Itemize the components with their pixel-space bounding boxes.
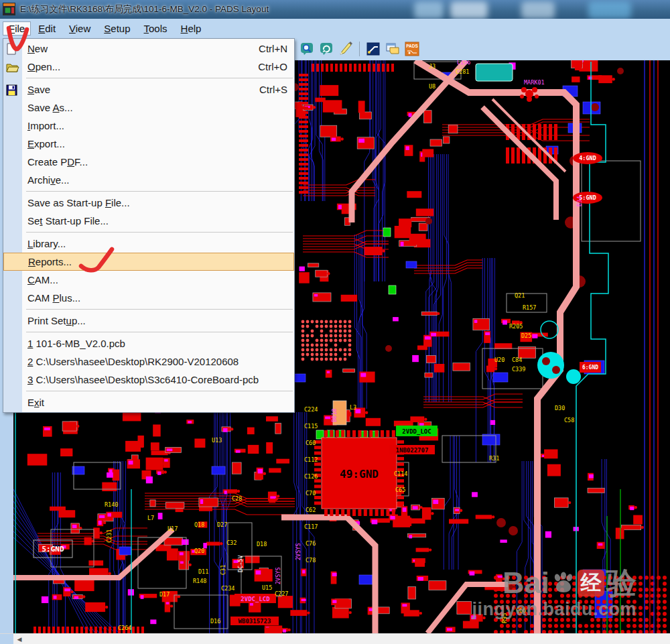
svg-text:D30: D30 bbox=[555, 405, 565, 411]
file-menu-item-exit[interactable]: Exit bbox=[3, 393, 294, 411]
file-menu-item-import[interactable]: Import... bbox=[3, 117, 294, 135]
file-menu-item-print-setup[interactable]: Print Setup... bbox=[3, 312, 294, 330]
file-menu-item-save-as[interactable]: Save As... bbox=[3, 99, 294, 117]
route-tool-icon[interactable] bbox=[365, 41, 381, 57]
svg-text:U17: U17 bbox=[168, 525, 178, 532]
svg-text:C84: C84 bbox=[512, 357, 522, 363]
svg-text:D16: D16 bbox=[210, 618, 220, 625]
file-menu-item-library[interactable]: Library... bbox=[3, 235, 294, 253]
file-menu-item-open[interactable]: Open...Ctrl+O bbox=[3, 58, 294, 76]
svg-text:C339: C339 bbox=[512, 366, 525, 373]
zoom-tool-icon[interactable] bbox=[299, 41, 315, 57]
file-menu-item-set-start-up-file[interactable]: Set Start-up File... bbox=[3, 212, 294, 230]
svg-text:2VDD_LOC: 2VDD_LOC bbox=[402, 428, 431, 435]
menu-item-label: Create PDF... bbox=[27, 156, 88, 168]
svg-text:R157: R157 bbox=[523, 304, 536, 311]
menu-separator bbox=[26, 391, 293, 391]
svg-text:R31: R31 bbox=[489, 455, 499, 462]
file-menu-item-create-pdf[interactable]: Create PDF... bbox=[3, 153, 294, 171]
file-menu-item-reports[interactable]: Reports... bbox=[3, 253, 294, 271]
svg-text:C76: C76 bbox=[306, 540, 316, 547]
menu-item-label: CAM... bbox=[27, 274, 58, 285]
svg-text:C227: C227 bbox=[275, 590, 288, 597]
file-menu-item-cam-plus[interactable]: CAM Plus... bbox=[3, 289, 294, 307]
menu-item-shortcut: Ctrl+S bbox=[259, 80, 287, 99]
menu-item-shortcut: Ctrl+O bbox=[258, 58, 287, 76]
file-menu-item-export[interactable]: Export... bbox=[3, 135, 294, 153]
svg-text:Q21: Q21 bbox=[515, 292, 525, 299]
menu-item-label: 3 C:\Users\hasee\Desktop\S3c6410-CoreBoa… bbox=[27, 374, 259, 385]
svg-text:C264: C264 bbox=[118, 625, 131, 631]
pads-logo-icon[interactable]: PADS bbox=[404, 41, 420, 57]
svg-text:L7: L7 bbox=[147, 515, 154, 521]
svg-text:C28: C28 bbox=[232, 495, 242, 502]
menu-item-label: Save As... bbox=[27, 102, 73, 113]
menu-setup[interactable]: Setup bbox=[98, 21, 136, 36]
svg-text:C112: C112 bbox=[304, 456, 318, 463]
svg-text:C281: C281 bbox=[456, 68, 469, 75]
svg-text:C66: C66 bbox=[516, 607, 526, 614]
cam-documents-icon[interactable] bbox=[385, 41, 401, 57]
menu-separator bbox=[26, 332, 293, 332]
svg-text:D27: D27 bbox=[217, 521, 227, 528]
file-menu-item-2-c-users-hasee-desktop-rk2900-v20120608[interactable]: 2 C:\Users\hasee\Desktop\RK2900-V2012060… bbox=[3, 352, 294, 371]
file-menu-item-1-101-6-mb-v2-0-pcb[interactable]: 1 101-6-MB_V2.0.pcb bbox=[3, 334, 294, 352]
svg-text:PADS: PADS bbox=[406, 44, 418, 48]
svg-text:R205: R205 bbox=[509, 323, 523, 330]
svg-text:C117: C117 bbox=[304, 523, 318, 530]
svg-text:MARK01: MARK01 bbox=[524, 79, 545, 86]
menu-edit[interactable]: Edit bbox=[32, 21, 62, 36]
svg-text:DC-5V: DC-5V bbox=[237, 555, 244, 572]
svg-text:49:GND: 49:GND bbox=[340, 468, 379, 480]
svg-text:D11: D11 bbox=[198, 568, 208, 575]
svg-text:R148: R148 bbox=[193, 578, 206, 584]
file-menu-item-archive[interactable]: Archive... bbox=[3, 171, 294, 189]
svg-text:5:GND: 5:GND bbox=[42, 545, 64, 554]
file-menu-item-save[interactable]: SaveCtrl+S bbox=[3, 80, 294, 99]
brush-tool-icon[interactable] bbox=[338, 41, 354, 57]
pads-layout-window: E:\练习文件\RK3168\布局完成\101-6-MB_V2.0 - PADS… bbox=[0, 0, 670, 644]
svg-text:C70: C70 bbox=[306, 490, 316, 497]
file-menu-dropdown: NewCtrl+NOpen...Ctrl+OSaveCtrl+SSave As.… bbox=[3, 38, 295, 413]
menu-item-label: Export... bbox=[27, 138, 65, 149]
menu-item-label: Print Setup... bbox=[27, 315, 86, 326]
menu-tools[interactable]: Tools bbox=[138, 21, 174, 36]
menu-item-label: Import... bbox=[27, 120, 64, 131]
new-document-icon bbox=[6, 42, 21, 56]
menu-file[interactable]: File bbox=[3, 21, 31, 36]
svg-text:1NB022707: 1NB022707 bbox=[396, 447, 429, 454]
menu-item-label: New bbox=[27, 43, 48, 54]
menu-item-label: Library... bbox=[27, 238, 66, 249]
menu-item-label: 2 C:\Users\hasee\Desktop\RK2900-V2012060… bbox=[27, 356, 239, 367]
svg-text:C231: C231 bbox=[106, 529, 113, 543]
scroll-left-button[interactable]: ◀ bbox=[13, 634, 25, 644]
horizontal-scrollbar[interactable]: ◀ bbox=[0, 633, 670, 644]
svg-text:2VDC_LCD: 2VDC_LCD bbox=[241, 596, 270, 602]
menu-view[interactable]: View bbox=[63, 21, 96, 36]
menu-separator bbox=[26, 309, 293, 310]
svg-text:Q18: Q18 bbox=[194, 521, 204, 528]
menu-item-label: Reports... bbox=[28, 256, 72, 267]
svg-text:D34: D34 bbox=[576, 196, 583, 206]
svg-text:U8: U8 bbox=[429, 83, 436, 90]
svg-text:2VSYS: 2VSYS bbox=[295, 543, 302, 560]
file-menu-item-3-c-users-hasee-desktop-s3c6410-coreboard-pcb[interactable]: 3 C:\Users\hasee\Desktop\S3c6410-CoreBoa… bbox=[3, 371, 294, 389]
file-menu-item-cam[interactable]: CAM... bbox=[3, 271, 294, 289]
svg-text:D18: D18 bbox=[257, 541, 267, 548]
file-menu-item-new[interactable]: NewCtrl+N bbox=[3, 40, 294, 58]
menu-help[interactable]: Help bbox=[175, 21, 208, 36]
file-menu-item-save-as-start-up-file[interactable]: Save as Start-up File... bbox=[3, 194, 294, 212]
svg-text:B018: B018 bbox=[331, 409, 338, 422]
menu-separator bbox=[26, 78, 293, 78]
redraw-tool-icon[interactable] bbox=[318, 41, 334, 57]
svg-text:J3: J3 bbox=[429, 63, 436, 70]
svg-text:C114: C114 bbox=[394, 470, 407, 477]
svg-text:C115: C115 bbox=[304, 423, 318, 430]
svg-text:C32: C32 bbox=[226, 539, 237, 546]
svg-text:L156: L156 bbox=[457, 60, 470, 66]
menu-item-label: 1 101-6-MB_V2.0.pcb bbox=[27, 338, 125, 349]
svg-text:C60: C60 bbox=[306, 440, 316, 446]
svg-text:C78: C78 bbox=[306, 557, 316, 564]
svg-text:C31: C31 bbox=[220, 565, 226, 575]
menu-separator bbox=[26, 191, 293, 192]
